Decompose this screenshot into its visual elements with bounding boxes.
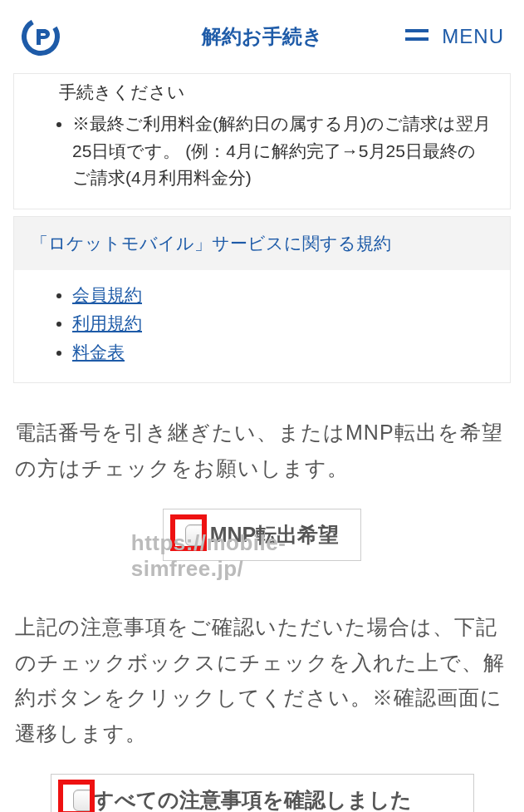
terms-link-price[interactable]: 料金表 bbox=[72, 342, 125, 362]
mnp-checkbox-label: MNP転出希望 bbox=[210, 521, 340, 549]
svg-rect-1 bbox=[405, 29, 429, 32]
confirm-checkbox-label: すべての注意事項を確認しました bbox=[93, 786, 412, 812]
menu-label: MENU bbox=[442, 25, 504, 48]
brand-logo[interactable] bbox=[20, 16, 61, 57]
terms-link-member[interactable]: 会員規約 bbox=[72, 285, 142, 304]
confirm-checkbox-container[interactable]: すべての注意事項を確認しました bbox=[51, 774, 474, 812]
confirm-instruction: 上記の注意事項をご確認いただいた場合は、下記のチェックボックスにチェックを入れた… bbox=[15, 609, 509, 750]
mnp-checkbox-container[interactable]: MNP転出希望 bbox=[163, 509, 362, 561]
mnp-checkbox[interactable] bbox=[185, 524, 207, 546]
confirm-checkbox[interactable] bbox=[73, 790, 95, 811]
page-title: 解約お手続き bbox=[202, 23, 323, 50]
terms-link-usage[interactable]: 利用規約 bbox=[72, 313, 142, 332]
notice-cut-text: 手続きください bbox=[31, 81, 493, 104]
svg-rect-2 bbox=[405, 37, 429, 41]
terms-card-header: 「ロケットモバイル」サービスに関する規約 bbox=[14, 217, 510, 270]
mnp-instruction: 電話番号を引き継ぎたい、またはMNP転出を希望の方はチェックをお願いします。 bbox=[15, 415, 509, 485]
terms-card: 「ロケットモバイル」サービスに関する規約 会員規約 利用規約 料金表 bbox=[13, 216, 511, 384]
notice-bullet: ※最終ご利用料金(解約日の属する月)のご請求は翌月25日頃です。 (例：4月に解… bbox=[72, 111, 493, 192]
app-header: 解約お手続き MENU bbox=[0, 0, 524, 73]
menu-button[interactable]: MENU bbox=[405, 25, 504, 48]
hamburger-icon bbox=[405, 25, 429, 48]
main-content: 手続きください ※最終ご利用料金(解約日の属する月)のご請求は翌月25日頃です。… bbox=[0, 73, 524, 812]
notice-card: 手続きください ※最終ご利用料金(解約日の属する月)のご請求は翌月25日頃です。… bbox=[13, 73, 511, 209]
